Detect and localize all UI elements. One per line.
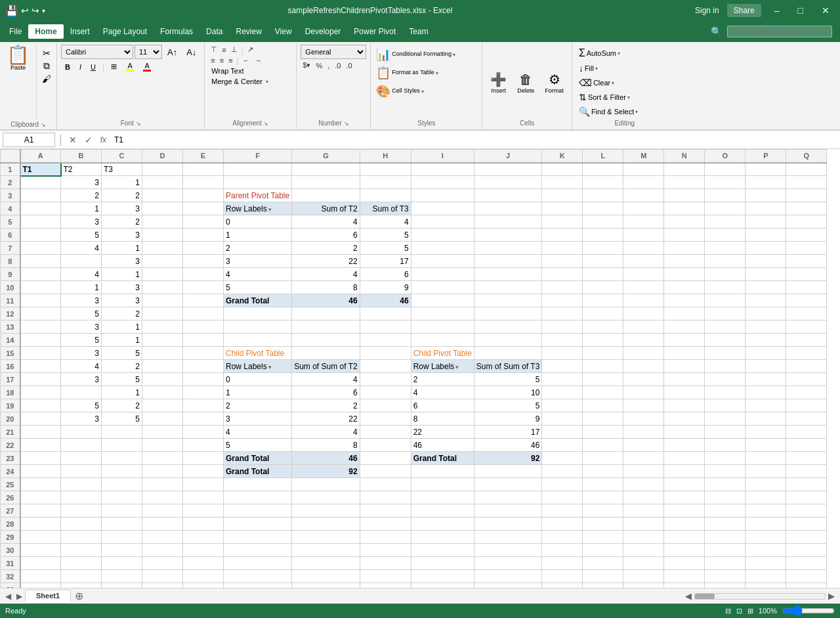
align-middle-button[interactable]: ≡ [220,45,228,55]
table-cell[interactable] [664,281,705,294]
align-left-button[interactable]: ≡ [209,56,217,65]
table-cell[interactable] [786,504,827,518]
table-cell[interactable] [142,334,183,347]
table-cell[interactable] [746,281,786,294]
table-cell[interactable] [664,360,705,373]
table-cell[interactable] [705,491,746,504]
table-cell[interactable] [183,334,224,347]
fill-button[interactable]: ↓ Fill ▾ [576,62,640,75]
table-cell[interactable] [20,452,61,465]
table-cell[interactable]: Row Labels▾ [411,360,474,373]
table-cell[interactable] [142,176,183,189]
table-cell[interactable] [61,544,102,557]
table-cell[interactable] [360,320,411,334]
filter-dropdown-icon[interactable]: ▾ [268,206,272,213]
table-cell[interactable]: 46 [292,452,360,465]
table-cell[interactable]: 2 [292,242,360,255]
table-cell[interactable] [705,399,746,412]
copy-button[interactable]: ⧉ [39,60,54,72]
table-cell[interactable] [474,294,542,307]
table-cell[interactable]: Sum of Sum of T2 [292,360,360,373]
table-cell[interactable] [542,215,583,229]
table-cell[interactable]: 1 [224,229,292,242]
table-cell[interactable] [360,347,411,360]
table-cell[interactable] [705,255,746,268]
table-cell[interactable]: Row Labels▾ [224,202,292,215]
table-cell[interactable] [583,347,623,360]
table-cell[interactable]: 6 [411,399,474,412]
table-cell[interactable]: 10 [474,386,542,399]
table-cell[interactable] [746,202,786,215]
table-cell[interactable] [746,229,786,242]
table-cell[interactable]: 6 [292,229,360,242]
row-header-28[interactable]: 28 [1,518,20,531]
table-cell[interactable]: 6 [360,268,411,281]
table-cell[interactable] [142,426,183,439]
table-cell[interactable]: 4 [61,268,102,281]
table-cell[interactable]: 2 [102,189,142,202]
table-cell[interactable]: 4 [411,386,474,399]
table-cell[interactable] [360,426,411,439]
table-cell[interactable] [623,215,664,229]
table-cell[interactable] [20,294,61,307]
table-cell[interactable] [786,531,827,544]
table-cell[interactable] [474,176,542,189]
table-cell[interactable] [411,570,474,583]
table-cell[interactable] [474,570,542,583]
table-cell[interactable] [411,583,474,588]
table-cell[interactable] [623,412,664,426]
table-cell[interactable] [542,373,583,386]
table-cell[interactable] [474,163,542,176]
table-cell[interactable] [542,360,583,373]
table-cell[interactable] [360,307,411,320]
table-cell[interactable]: 4 [292,215,360,229]
col-header-E[interactable]: E [183,150,224,163]
table-cell[interactable] [142,347,183,360]
table-cell[interactable] [664,294,705,307]
table-cell[interactable] [705,570,746,583]
table-cell[interactable] [786,426,827,439]
table-cell[interactable] [183,583,224,588]
table-cell[interactable] [664,334,705,347]
table-cell[interactable] [664,229,705,242]
table-cell[interactable] [20,570,61,583]
table-cell[interactable] [746,504,786,518]
table-cell[interactable] [746,268,786,281]
table-cell[interactable] [142,215,183,229]
table-cell[interactable] [142,242,183,255]
table-cell[interactable]: 4 [360,215,411,229]
table-cell[interactable] [142,307,183,320]
table-cell[interactable] [20,242,61,255]
table-cell[interactable] [623,491,664,504]
table-cell[interactable] [542,439,583,452]
table-cell[interactable] [623,163,664,176]
table-cell[interactable] [411,531,474,544]
table-cell[interactable] [183,307,224,320]
table-cell[interactable] [746,544,786,557]
table-cell[interactable] [583,465,623,478]
number-format-select[interactable]: General [301,45,366,59]
row-header-26[interactable]: 26 [1,491,20,504]
table-cell[interactable] [411,504,474,518]
cancel-formula-button[interactable]: ✕ [66,133,79,146]
table-cell[interactable] [224,478,292,491]
table-cell[interactable] [102,583,142,588]
table-cell[interactable]: 1 [61,202,102,215]
table-cell[interactable] [183,268,224,281]
table-cell[interactable]: Sum of Sum of T3 [474,360,542,373]
table-cell[interactable] [183,452,224,465]
table-cell[interactable] [786,215,827,229]
row-header-1[interactable]: 1 [1,163,20,176]
table-cell[interactable] [474,268,542,281]
table-cell[interactable]: 3 [61,294,102,307]
table-cell[interactable] [183,386,224,399]
table-cell[interactable] [786,268,827,281]
table-cell[interactable] [542,518,583,531]
table-cell[interactable] [664,583,705,588]
cell-styles-button[interactable]: 🎨 Cell Styles ▾ [375,83,457,100]
table-cell[interactable] [474,307,542,320]
table-cell[interactable] [623,202,664,215]
underline-button[interactable]: U [87,62,100,72]
table-cell[interactable]: 3 [102,202,142,215]
table-cell[interactable] [20,544,61,557]
